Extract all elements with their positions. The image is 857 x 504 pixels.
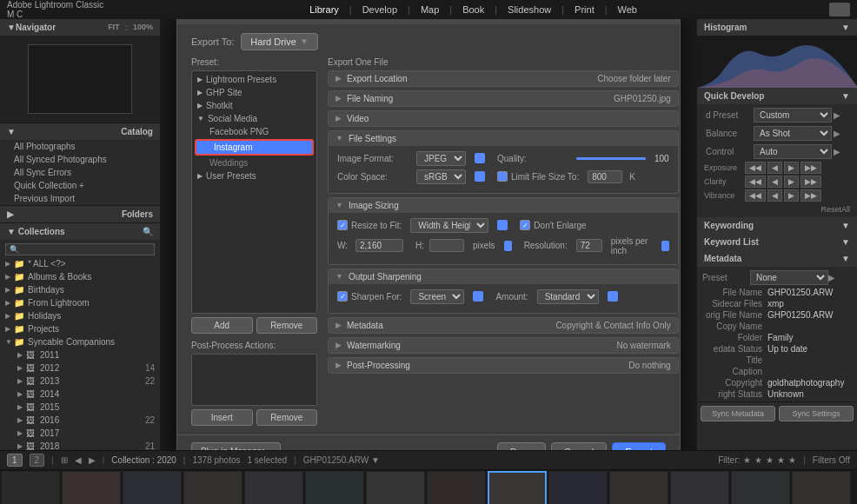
collection-2018[interactable]: ▶🖼201821 [0,440,160,450]
tone-control-select[interactable]: Auto [754,144,832,159]
video-header[interactable]: ▶ Video [329,111,678,126]
sharpen-checkbox[interactable]: ✓ [337,291,348,302]
clarity-inc-large[interactable]: ▶▶ [801,176,821,188]
resolution-input[interactable] [576,239,602,252]
zoom-control[interactable]: 100% [133,23,153,32]
thumb-3[interactable] [123,471,182,504]
collection-item[interactable]: ▶📁* ALL <?> [0,257,160,270]
remove2-button[interactable]: Remove [256,409,318,426]
width-input[interactable] [355,239,403,252]
grid-view-btn[interactable]: ⊞ [61,455,68,465]
collection-2012[interactable]: ▶🖼201214 [0,361,160,375]
collection-2016[interactable]: ▶🖼201622 [0,414,160,427]
catalog-header[interactable]: ▼ Catalog [0,123,160,140]
export-to-button[interactable]: Hard Drive ▼ [241,33,317,50]
thumb-9-selected[interactable] [488,471,547,504]
collection-syncable[interactable]: ▼📁Syncable Companions [0,335,160,348]
cancel-button[interactable]: Cancel [551,442,607,451]
limit-file-size-input[interactable] [588,170,622,183]
height-input[interactable] [429,239,464,252]
resize-to-select[interactable]: Width & Height [410,218,488,233]
saved-preset-select[interactable]: Custom [754,108,832,123]
watermarking-header[interactable]: ▶ Watermarking No watermark [329,338,678,353]
clarity-dec[interactable]: ◀ [767,176,782,188]
preset-add-button[interactable]: Add [191,317,253,334]
exposure-inc-large[interactable]: ▶▶ [801,162,821,174]
catalog-synced[interactable]: All Synced Photographs [0,153,160,166]
file-settings-header[interactable]: ▼ File Settings [329,131,678,146]
thumb-14[interactable] [792,471,851,504]
sharpen-for-select[interactable]: Screen [410,289,464,304]
reset-all-button[interactable]: ResetAll [820,205,850,214]
menu-slideshow[interactable]: Slideshow [508,4,551,15]
preset-group-lightroom[interactable]: ▶Lightroom Presets [192,73,316,86]
quick-develop-header[interactable]: Quick Develop ▼ [697,88,857,104]
resize-checkbox[interactable]: ✓ [337,220,348,230]
collections-header[interactable]: ▼ Collections 🔍 [0,223,160,240]
thumb-10[interactable] [548,471,608,504]
exposure-dec-large[interactable]: ◀◀ [745,162,766,174]
catalog-quick-collection[interactable]: Quick Collection + [0,179,160,192]
thumb-2[interactable] [62,471,121,504]
preset-group-social[interactable]: ▼Social Media [192,112,316,125]
nav-back[interactable]: ◀ [75,455,82,465]
fit-control[interactable]: FIT [108,23,120,32]
exposure-dec[interactable]: ◀ [767,162,782,174]
catalog-all-photographs[interactable]: All Photographs [0,140,160,153]
catalog-previous-import[interactable]: Previous Import [0,192,160,205]
collection-2017[interactable]: ▶🖼2017 [0,427,160,440]
folders-header[interactable]: ▶ Folders [0,206,160,222]
image-sizing-header[interactable]: ▼ Image Sizing [329,198,678,213]
sync-metadata-button[interactable]: Sync Metadata [701,406,775,421]
metadata-panel-header[interactable]: Metadata ▼ [697,250,857,267]
collection-albums[interactable]: ▶📁Albums & Books [0,270,160,283]
menu-develop[interactable]: Develop [362,4,397,15]
output-sharpening-header[interactable]: ▼ Output Sharpening [329,269,678,284]
filter-star-2[interactable]: ★ [754,455,762,465]
preset-remove-button[interactable]: Remove [256,317,318,334]
collection-2014[interactable]: ▶🖼2014 [0,388,160,401]
plugin-manager-button[interactable]: Plug-in Manager... [191,442,281,450]
thumb-13[interactable] [731,471,790,504]
amount-select[interactable]: Standard [537,289,599,304]
menu-map[interactable]: Map [421,4,439,15]
insert-button[interactable]: Insert [191,409,253,426]
collection-search[interactable] [0,242,160,257]
dont-enlarge-checkbox[interactable]: ✓ [520,220,530,230]
file-naming-header[interactable]: ▶ File Naming GHP01250.jpg [329,91,678,106]
preset-instagram[interactable]: Instagram [195,139,314,156]
vibrance-inc[interactable]: ▶ [784,189,799,202]
filter-star-5[interactable]: ★ [788,455,796,465]
preset-group-ghp[interactable]: ▶GHP Site [192,86,316,99]
done-button[interactable]: Done [497,442,546,451]
keyword-list-header[interactable]: Keyword List ▼ [697,234,857,250]
vibrance-dec[interactable]: ◀ [767,189,782,202]
page-num-2[interactable]: 2 [30,454,45,467]
vibrance-inc-large[interactable]: ▶▶ [801,189,821,202]
keywording-header[interactable]: Keywording ▼ [697,217,857,234]
limit-file-size-checkbox[interactable] [497,171,508,182]
collection-birthdays[interactable]: ▶📁Birthdays [0,283,160,296]
post-processing-header[interactable]: ▶ Post-Processing Do nothing [329,358,678,373]
menu-book[interactable]: Book [462,4,484,15]
thumb-5[interactable] [244,471,303,504]
catalog-sync-errors[interactable]: All Sync Errors [0,166,160,179]
collection-from-lightroom[interactable]: ▶📁From Lightroom [0,296,160,309]
menu-web[interactable]: Web [618,4,637,15]
export-location-header[interactable]: ▶ Export Location Choose folder later [329,71,678,86]
menu-library[interactable]: Library [309,4,339,15]
collection-2013[interactable]: ▶🖼201322 [0,375,160,388]
clarity-inc[interactable]: ▶ [784,176,799,188]
page-num-1[interactable]: 1 [7,454,23,467]
color-space-select[interactable]: sRGB [416,169,466,184]
thumb-6[interactable] [305,471,364,504]
thumb-12[interactable] [670,471,729,504]
vibrance-dec-large[interactable]: ◀◀ [745,189,766,202]
collection-projects[interactable]: ▶📁Projects [0,322,160,335]
thumb-4[interactable] [183,471,242,504]
collection-holidays[interactable]: ▶📁Holidays [0,309,160,322]
collection-2011[interactable]: ▶🖼2011 [0,348,160,361]
metadata-header[interactable]: ▶ Metadata Copyright & Contact Info Only [329,318,678,333]
sync-settings-button[interactable]: Sync Settings [779,406,854,421]
preset-group-user[interactable]: ▶User Presets [192,169,316,182]
